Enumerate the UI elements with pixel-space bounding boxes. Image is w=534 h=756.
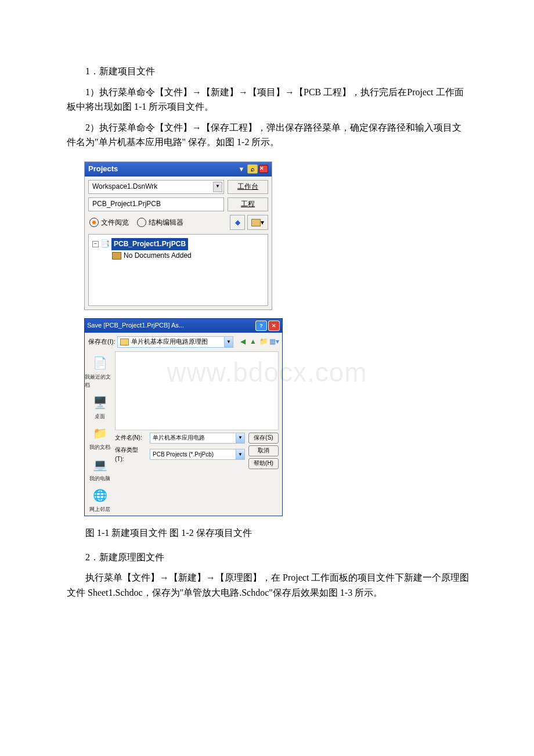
project-field: PCB_Project1.PrjPCB (88, 197, 224, 211)
sidebar-desktop[interactable]: 🖥️桌面 (93, 393, 107, 420)
panel-titlebar: Projects ▼ ⌕ ✕ (85, 162, 272, 177)
save-dialog: Save [PCB_Project1.PrjPCB] As... ? ✕ 保存在… (84, 318, 283, 516)
chevron-down-icon[interactable]: ▼ (236, 433, 244, 443)
document-body: 1．新建项目文件 1）执行菜单命令【文件】→【新建】→【项目】→【PCB 工程】… (0, 0, 534, 641)
pin-icon[interactable]: ⌕ (247, 164, 258, 174)
dropdown-icon[interactable]: ▼ (237, 165, 246, 173)
filename-input[interactable]: 单片机基本应用电路▼ (150, 433, 245, 444)
help-button[interactable]: 帮助(H) (248, 458, 279, 469)
save-button[interactable]: 保存(S) (248, 433, 279, 444)
sidebar-computer[interactable]: 💻我的电脑 (89, 455, 110, 483)
folder-icon (120, 339, 129, 345)
dialog-close-icon[interactable]: ✕ (268, 321, 280, 331)
file-list-pane[interactable] (115, 351, 279, 430)
structure-editor-radio[interactable] (137, 218, 146, 227)
view-menu-icon[interactable]: ▦▾ (269, 337, 279, 347)
heading-1: 1．新建项目文件 (67, 64, 470, 79)
paragraph-1: 1）执行菜单命令【文件】→【新建】→【项目】→【PCB 工程】，执行完后在Pro… (67, 85, 470, 114)
up-icon[interactable]: ▲ (248, 337, 258, 347)
save-in-label: 保存在(I): (88, 337, 115, 347)
save-in-combo[interactable]: 单片机基本应用电路原理图 ▼ (117, 336, 233, 348)
dialog-help-icon[interactable]: ? (255, 321, 267, 331)
paragraph-3: 执行菜单【文件】→【新建】→【原理图】，在 Project 工作面板的项目文件下… (67, 570, 470, 600)
close-icon[interactable]: ✕ (259, 165, 268, 173)
chevron-down-icon[interactable]: ▼ (236, 449, 244, 459)
tree-child: No Documents Added (124, 250, 192, 261)
tree-root[interactable]: PCB_Project1.PrjPCB (111, 238, 188, 250)
file-view-radio[interactable] (89, 218, 99, 227)
tree-collapse-icon[interactable]: − (92, 241, 99, 247)
filetype-combo[interactable]: PCB Projects (*.PrjPcb)▼ (150, 449, 245, 460)
figure-caption: 图 1-1 新建项目文件 图 1-2 保存项目文件 (67, 525, 470, 541)
project-button[interactable]: 工程 (228, 197, 268, 211)
file-view-label: 文件阅览 (101, 217, 129, 228)
filename-label: 文件名(N): (115, 433, 146, 442)
chevron-down-icon[interactable]: ▼ (224, 337, 233, 347)
chevron-down-icon[interactable]: ▼ (213, 182, 222, 192)
paragraph-2: 2）执行菜单命令【文件】→【保存工程】，弹出保存路径菜单，确定保存路径和输入项目… (67, 120, 470, 150)
workspace-combo[interactable]: Workspace1.DsnWrk ▼ (88, 180, 224, 194)
save-dialog-title: Save [PCB_Project1.PrjPCB] As... (87, 321, 184, 331)
sidebar-network[interactable]: 🌐网上邻居 (89, 486, 110, 513)
figure-1-1: Projects ▼ ⌕ ✕ Workspace1.DsnWrk ▼ 工作台 P… (84, 161, 470, 516)
projects-panel: Projects ▼ ⌕ ✕ Workspace1.DsnWrk ▼ 工作台 P… (84, 161, 272, 310)
sidebar-documents[interactable]: 📁我的文档 (89, 424, 110, 451)
places-sidebar: 📄我最近的文档 🖥️桌面 📁我的文档 💻我的电脑 🌐网上邻居 (85, 351, 115, 516)
heading-2: 2．新建原理图文件 (67, 550, 470, 565)
filetype-label: 保存类型(T): (115, 445, 146, 464)
cancel-button[interactable]: 取消 (248, 445, 279, 456)
project-tree[interactable]: − 📑 PCB_Project1.PrjPCB No Documents Add… (88, 234, 268, 306)
panel-title: Projects (88, 163, 118, 175)
workspace-button[interactable]: 工作台 (228, 180, 268, 194)
back-icon[interactable]: ◀ (238, 337, 247, 347)
sidebar-recent[interactable]: 📄我最近的文档 (85, 354, 115, 390)
new-folder-icon[interactable]: 📁 (259, 337, 268, 347)
folder-icon (112, 252, 121, 260)
structure-editor-label: 结构编辑器 (149, 217, 183, 228)
project-icon: 📑 (100, 238, 110, 250)
browse-button[interactable]: ◆ (230, 215, 245, 230)
folder-button[interactable]: ▾ (247, 215, 268, 230)
